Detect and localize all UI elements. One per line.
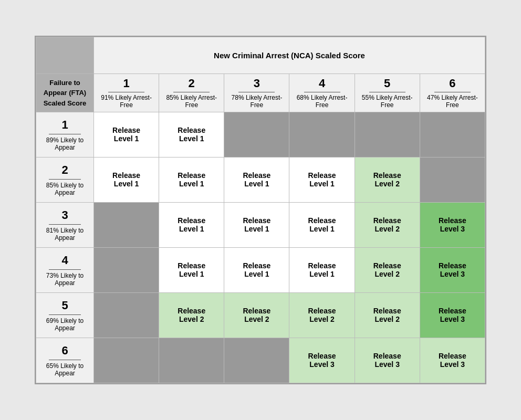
row-header-4: 473% Likely to Appear (36, 247, 94, 292)
table-row: 569% Likely to AppearReleaseLevel 2Relea… (36, 292, 485, 338)
cell-r4-c2: ReleaseLevel 1 (159, 247, 224, 292)
cell-r2-c2: ReleaseLevel 1 (159, 157, 224, 202)
cell-r5-c4: ReleaseLevel 2 (289, 292, 355, 338)
cell-r1-c4 (289, 112, 355, 157)
cell-r3-c5: ReleaseLevel 2 (355, 202, 420, 247)
cell-r1-c1: ReleaseLevel 1 (94, 112, 159, 157)
col-header-4: 468% Likely Arrest-Free (289, 74, 355, 112)
cell-r6-c2 (159, 338, 224, 383)
fta-header: Failure to Appear (FTA) Scaled Score (36, 74, 94, 112)
row-header-1: 189% Likely to Appear (36, 112, 94, 157)
cell-r4-c3: ReleaseLevel 1 (224, 247, 289, 292)
cell-r4-c6: ReleaseLevel 3 (420, 247, 485, 292)
cell-r4-c4: ReleaseLevel 1 (289, 247, 355, 292)
row-header-5: 569% Likely to Appear (36, 292, 94, 338)
cell-r6-c4: ReleaseLevel 3 (289, 338, 355, 383)
col-header-6: 647% Likely Arrest-Free (420, 74, 485, 112)
cell-r4-c1 (94, 247, 159, 292)
corner-cell (36, 37, 94, 74)
cell-r6-c6: ReleaseLevel 3 (420, 338, 485, 383)
cell-r2-c3: ReleaseLevel 1 (224, 157, 289, 202)
table-row: 381% Likely to AppearReleaseLevel 1Relea… (36, 202, 485, 247)
cell-r3-c2: ReleaseLevel 1 (159, 202, 224, 247)
col-header-3: 378% Likely Arrest-Free (224, 74, 289, 112)
cell-r3-c1 (94, 202, 159, 247)
table-row: 473% Likely to AppearReleaseLevel 1Relea… (36, 247, 485, 292)
cell-r2-c5: ReleaseLevel 2 (355, 157, 420, 202)
cell-r5-c3: ReleaseLevel 2 (224, 292, 289, 338)
cell-r5-c1 (94, 292, 159, 338)
cell-r2-c4: ReleaseLevel 1 (289, 157, 355, 202)
col-header-5: 555% Likely Arrest-Free (355, 74, 420, 112)
cell-r5-c5: ReleaseLevel 2 (355, 292, 420, 338)
cell-r3-c6: ReleaseLevel 3 (420, 202, 485, 247)
cell-r3-c4: ReleaseLevel 1 (289, 202, 355, 247)
row-header-2: 285% Likely to Appear (36, 157, 94, 202)
cell-r2-c6 (420, 157, 485, 202)
cell-r5-c6: ReleaseLevel 3 (420, 292, 485, 338)
table-row: 285% Likely to AppearReleaseLevel 1Relea… (36, 157, 485, 202)
row-header-3: 381% Likely to Appear (36, 202, 94, 247)
cell-r1-c5 (355, 112, 420, 157)
cell-r1-c6 (420, 112, 485, 157)
col-header-2: 285% Likely Arrest-Free (159, 74, 224, 112)
nca-header: New Criminal Arrest (NCA) Scaled Score (94, 37, 485, 74)
cell-r4-c5: ReleaseLevel 2 (355, 247, 420, 292)
cell-r6-c1 (94, 338, 159, 383)
cell-r3-c3: ReleaseLevel 1 (224, 202, 289, 247)
table-row: 665% Likely to AppearReleaseLevel 3Relea… (36, 338, 485, 383)
cell-r1-c3 (224, 112, 289, 157)
table-row: 189% Likely to AppearReleaseLevel 1Relea… (36, 112, 485, 157)
cell-r1-c2: ReleaseLevel 1 (159, 112, 224, 157)
row-header-6: 665% Likely to Appear (36, 338, 94, 383)
cell-r6-c3 (224, 338, 289, 383)
cell-r2-c1: ReleaseLevel 1 (94, 157, 159, 202)
cell-r5-c2: ReleaseLevel 2 (159, 292, 224, 338)
matrix-table: New Criminal Arrest (NCA) Scaled Score F… (35, 36, 486, 384)
cell-r6-c5: ReleaseLevel 3 (355, 338, 420, 383)
col-header-1: 191% Likely Arrest-Free (94, 74, 159, 112)
